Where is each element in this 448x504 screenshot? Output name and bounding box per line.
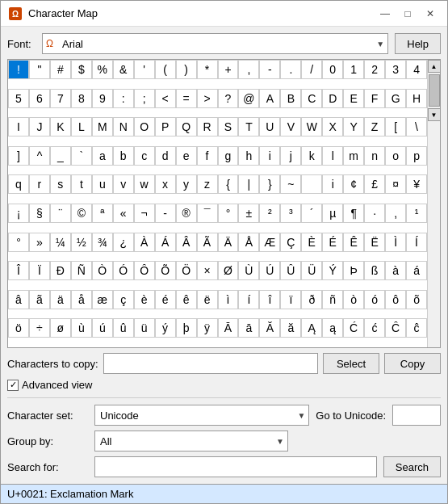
char-cell[interactable]: É (322, 233, 343, 252)
char-cell[interactable]: ] (8, 146, 29, 166)
char-cell[interactable]: \ (406, 117, 427, 136)
char-cell[interactable]: w (134, 174, 155, 194)
char-cell[interactable]: f (197, 146, 218, 166)
char-cell[interactable]: û (113, 318, 134, 338)
char-cell[interactable]: _ (50, 146, 71, 166)
char-cell[interactable]: : (113, 89, 134, 108)
char-cell[interactable]: · (364, 204, 385, 223)
char-cell[interactable]: x (155, 174, 176, 194)
char-cell[interactable]: 1 (343, 60, 364, 79)
char-cell[interactable]: ¶ (343, 204, 364, 223)
char-cell[interactable]: Ú (259, 261, 280, 280)
char-cell[interactable]: ì (218, 290, 239, 309)
char-cell[interactable]: G (385, 89, 406, 108)
char-cell[interactable]: Á (155, 233, 176, 252)
char-cell[interactable]: Ù (238, 261, 259, 280)
char-cell[interactable]: E (343, 89, 364, 108)
char-cell[interactable]: µ (322, 204, 343, 223)
char-cell[interactable]: l (322, 146, 343, 166)
char-cell[interactable]: ê (176, 290, 197, 309)
char-cell[interactable]: ~ (280, 174, 301, 194)
char-cell[interactable]: i (259, 146, 280, 166)
scrollbar-thumb[interactable] (429, 74, 440, 107)
char-cell[interactable]: ° (218, 204, 239, 223)
char-cell[interactable]: a (92, 146, 113, 166)
char-cell[interactable]: r (29, 174, 50, 194)
char-cell[interactable]: j (280, 146, 301, 166)
char-cell[interactable]: ¢ (343, 174, 364, 194)
char-cell[interactable]: R (197, 117, 218, 136)
char-cell[interactable]: « (113, 204, 134, 223)
char-cell[interactable]: Ø (218, 261, 239, 280)
char-cell[interactable]: L (71, 117, 92, 136)
char-cell[interactable]: h (238, 146, 259, 166)
char-cell[interactable]: ā (238, 318, 259, 338)
scroll-up-button[interactable]: ▲ (428, 60, 441, 73)
char-cell[interactable]: æ (92, 290, 113, 309)
char-cell[interactable]: ü (134, 318, 155, 338)
char-cell[interactable]: d (155, 146, 176, 166)
char-cell[interactable]: B (280, 89, 301, 108)
char-cell[interactable]: ) (176, 60, 197, 79)
char-cell[interactable]: Ã (197, 233, 218, 252)
group-by-select[interactable]: All Unicode Subrange Unicode Category (94, 430, 288, 452)
char-cell[interactable]: Ô (134, 261, 155, 280)
char-cell[interactable]: ă (280, 318, 301, 338)
char-cell[interactable]: ¬ (134, 204, 155, 223)
char-cell[interactable]: A (259, 89, 280, 108)
char-cell[interactable]: ( (155, 60, 176, 79)
char-cell[interactable]: . (280, 60, 301, 79)
char-cell[interactable]: H (406, 89, 427, 108)
char-cell[interactable]: W (301, 117, 322, 136)
char-cell[interactable]: Ö (176, 261, 197, 280)
char-cell[interactable]: ÷ (29, 318, 50, 338)
char-cell[interactable]: N (113, 117, 134, 136)
char-cell[interactable]: È (301, 233, 322, 252)
char-cell[interactable]: > (197, 89, 218, 108)
char-cell[interactable]: J (29, 117, 50, 136)
char-cell[interactable]: i (322, 174, 343, 194)
char-cell[interactable]: , (238, 60, 259, 79)
char-cell[interactable]: ï (280, 290, 301, 309)
char-cell[interactable]: Ê (343, 233, 364, 252)
char-cell[interactable]: ® (176, 204, 197, 223)
char-cell[interactable]: ç (113, 290, 134, 309)
char-cell[interactable]: Â (176, 233, 197, 252)
char-cell[interactable]: v (113, 174, 134, 194)
char-cell[interactable]: 9 (92, 89, 113, 108)
char-cell[interactable]: à (385, 261, 406, 280)
char-cell[interactable]: C (301, 89, 322, 108)
char-cell[interactable]: = (176, 89, 197, 108)
char-cell[interactable]: á (406, 261, 427, 280)
char-cell[interactable]: q (8, 174, 29, 194)
char-cell[interactable]: ¤ (385, 174, 406, 194)
char-cell[interactable]: ² (259, 204, 280, 223)
char-cell[interactable]: Y (343, 117, 364, 136)
search-input[interactable] (94, 456, 377, 477)
char-cell[interactable]: À (134, 233, 155, 252)
char-cell[interactable]: ß (364, 261, 385, 280)
char-cell[interactable]: $ (71, 60, 92, 79)
search-button[interactable]: Search (383, 456, 441, 477)
char-cell[interactable]: Q (176, 117, 197, 136)
char-cell[interactable]: F (364, 89, 385, 108)
char-cell[interactable] (301, 174, 322, 194)
char-cell[interactable]: ^ (29, 146, 50, 166)
char-cell[interactable]: g (218, 146, 239, 166)
char-cell[interactable]: s (50, 174, 71, 194)
char-cell[interactable]: # (50, 60, 71, 79)
char-cell[interactable]: Þ (343, 261, 364, 280)
char-cell[interactable]: ? (218, 89, 239, 108)
char-cell[interactable]: ą (322, 318, 343, 338)
char-cell[interactable]: ± (238, 204, 259, 223)
char-cell[interactable]: Ò (92, 261, 113, 280)
char-cell[interactable]: 8 (71, 89, 92, 108)
char-cell[interactable]: D (322, 89, 343, 108)
advanced-view-checkbox[interactable]: ✓ (7, 380, 19, 391)
char-cell[interactable]: V (280, 117, 301, 136)
char-cell[interactable]: Ë (364, 233, 385, 252)
char-cell[interactable]: p (406, 146, 427, 166)
char-cell[interactable]: £ (364, 174, 385, 194)
char-cell[interactable]: é (155, 290, 176, 309)
char-cell[interactable]: ó (364, 290, 385, 309)
